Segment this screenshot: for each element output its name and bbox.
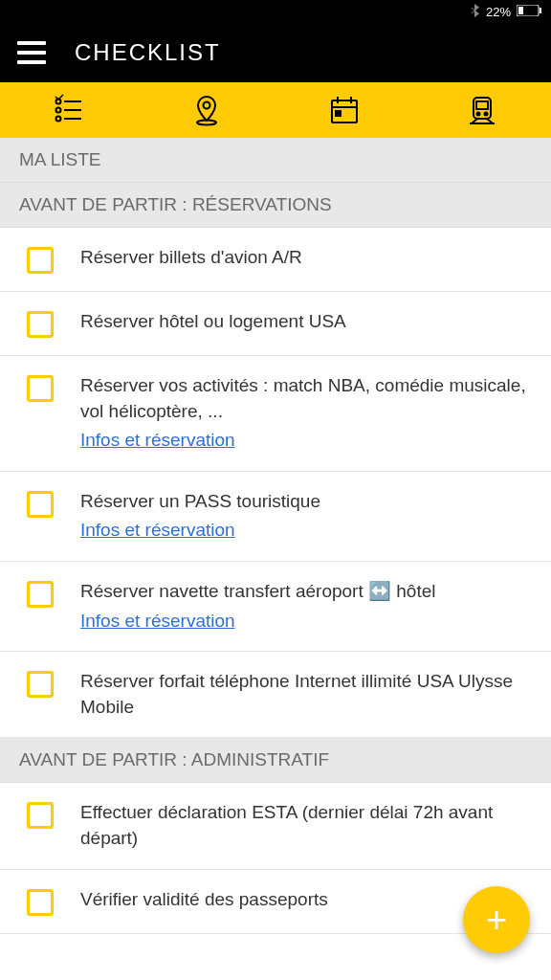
svg-point-9 xyxy=(204,102,210,109)
item-text: Réserver vos activités : match NBA, comé… xyxy=(80,375,526,421)
add-button[interactable]: + xyxy=(463,886,530,953)
list-item: Réserver billets d'avion A/R xyxy=(0,228,551,292)
list-item: Réserver hôtel ou logement USA xyxy=(0,292,551,356)
bluetooth-icon xyxy=(471,4,480,20)
svg-rect-1 xyxy=(518,7,523,14)
tab-map[interactable] xyxy=(138,82,276,138)
item-text: Réserver un PASS touristique xyxy=(80,491,320,511)
info-link[interactable]: Infos et réservation xyxy=(80,609,235,635)
svg-point-18 xyxy=(477,113,480,116)
list-item: Effectuer déclaration ESTA (dernier déla… xyxy=(0,783,551,869)
tab-bar xyxy=(0,82,551,138)
item-text: Réserver forfait téléphone Internet illi… xyxy=(80,669,532,720)
checkbox[interactable] xyxy=(27,491,54,518)
section-reservations: AVANT DE PARTIR : RÉSERVATIONS xyxy=(0,183,551,228)
checkbox[interactable] xyxy=(27,375,54,402)
section-ma-liste: MA LISTE xyxy=(0,138,551,183)
status-bar: 22% xyxy=(0,0,551,23)
item-text: Réserver navette transfert aéroport ↔️ h… xyxy=(80,581,435,601)
checkbox[interactable] xyxy=(27,581,54,608)
checkbox[interactable] xyxy=(27,247,54,274)
page-title: CHECKLIST xyxy=(75,39,221,66)
list-item: Réserver navette transfert aéroport ↔️ h… xyxy=(0,562,551,652)
checkbox[interactable] xyxy=(27,889,54,916)
tab-calendar[interactable] xyxy=(276,82,413,138)
svg-rect-15 xyxy=(336,111,341,116)
svg-point-10 xyxy=(197,121,216,125)
checkbox[interactable] xyxy=(27,311,54,338)
svg-point-5 xyxy=(56,108,61,113)
menu-button[interactable] xyxy=(17,41,46,64)
battery-icon xyxy=(517,3,541,20)
tab-checklist[interactable] xyxy=(0,82,138,138)
item-text: Effectuer déclaration ESTA (dernier déla… xyxy=(80,800,532,851)
checkbox[interactable] xyxy=(27,802,54,829)
list-item: Réserver forfait téléphone Internet illi… xyxy=(0,652,551,738)
tab-transport[interactable] xyxy=(413,82,551,138)
plus-icon: + xyxy=(486,902,507,938)
list-item: Réserver un PASS touristique Infos et ré… xyxy=(0,472,551,562)
list-item: Réserver vos activités : match NBA, comé… xyxy=(0,356,551,472)
info-link[interactable]: Infos et réservation xyxy=(80,428,235,454)
svg-rect-17 xyxy=(476,101,488,109)
app-header: CHECKLIST xyxy=(0,23,551,82)
item-text: Réserver billets d'avion A/R xyxy=(80,245,532,271)
battery-percent: 22% xyxy=(486,5,511,19)
item-text: Réserver hôtel ou logement USA xyxy=(80,309,532,335)
checkbox[interactable] xyxy=(27,671,54,698)
svg-point-7 xyxy=(56,117,61,122)
svg-point-19 xyxy=(485,113,488,116)
info-link[interactable]: Infos et réservation xyxy=(80,518,235,544)
section-administratif: AVANT DE PARTIR : ADMINISTRATIF xyxy=(0,738,551,783)
svg-rect-2 xyxy=(540,8,541,13)
